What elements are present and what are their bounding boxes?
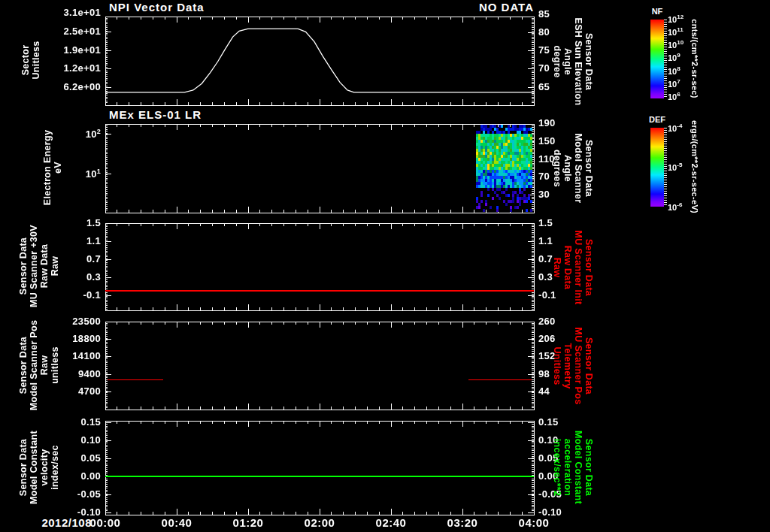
- colorbar-nf-tick: 108: [668, 65, 681, 76]
- y-tick-label-left: 6.2e+00: [0, 81, 101, 92]
- colorbar-nf-tick: 1010: [668, 39, 684, 50]
- colorbar-nf-tick: 1011: [668, 26, 684, 37]
- y-tick-label-left: 2.5e+01: [0, 26, 101, 37]
- y-tick-label-left: 1.2e+01: [0, 62, 101, 74]
- panel-y-label-left: SectorUnitless: [20, 41, 41, 79]
- panel-y-label-right: Sensor DataMU Scanner InitRaw DataRaw: [552, 231, 594, 305]
- x-tick-label: 00:40: [147, 516, 207, 529]
- panel-y-label-left: Sensor DataModel Scanner PosRawunitless: [18, 320, 60, 410]
- y-tick-label-left: 1.9e+01: [0, 44, 101, 56]
- colorbar-nf-unit: cnts/(cm**2-sr-sec): [690, 19, 700, 98]
- panel-y-label-left: Sensor DataModel Constantvelocityindex/s…: [18, 431, 60, 504]
- colorbar-nf-tick: 107: [668, 78, 681, 89]
- x-tick-label: 01:20: [218, 516, 278, 529]
- plot-page: NPI Vector Data NO DATA MEx ELS-01 LR 20…: [0, 0, 770, 532]
- colorbar-nf-tick: 1012: [668, 14, 684, 24]
- y-tick-label-right: 260: [538, 316, 584, 327]
- x-tick-label: 04:00: [504, 516, 564, 529]
- y-tick-label-right: 1.5: [538, 217, 584, 228]
- panel-y-label-right: Sensor DataESH Sun ElevationAngledegree: [552, 18, 594, 106]
- colorbar-nf-tick: 106: [668, 91, 681, 101]
- y-tick-label-right: 190: [538, 117, 584, 128]
- colorbar-nf-tick: 109: [668, 52, 681, 62]
- y-tick-label-left: 3.1e+01: [0, 7, 101, 18]
- panel-y-label-right: Sensor DataModel ScannerAngledegrees: [552, 134, 594, 204]
- colorbar-def-tick: 10-5: [668, 162, 682, 172]
- y-tick-label-left: 0.15: [0, 416, 101, 428]
- colorbar-def-tick: 10-6: [668, 201, 682, 212]
- colorbar-def-unit: ergs/(cm**2-sr-sec-eV): [690, 120, 700, 213]
- x-tick-label: 03:20: [432, 516, 493, 529]
- y-tick-label-right: 0.15: [538, 416, 584, 428]
- panel-y-label-left: Sensor DataMU Scanner +30VRaw DataRaw: [18, 225, 60, 307]
- panel-y-label-right: Sensor DataMU Scanner PosTelemetryUnitle…: [552, 328, 594, 405]
- labels-layer: 3.1e+012.5e+011.9e+011.2e+016.2e+0085807…: [0, 0, 770, 532]
- colorbar-def-tick: 10-4: [668, 122, 682, 133]
- x-tick-label: 02:40: [361, 516, 421, 529]
- panel-y-label-right: Sensor DataModel Constantaccelerationinc…: [552, 431, 594, 504]
- x-tick-label: 00:00: [75, 516, 135, 529]
- panel-y-label-left: Electron EnergyeV: [42, 130, 63, 205]
- x-tick-label: 02:00: [290, 516, 350, 529]
